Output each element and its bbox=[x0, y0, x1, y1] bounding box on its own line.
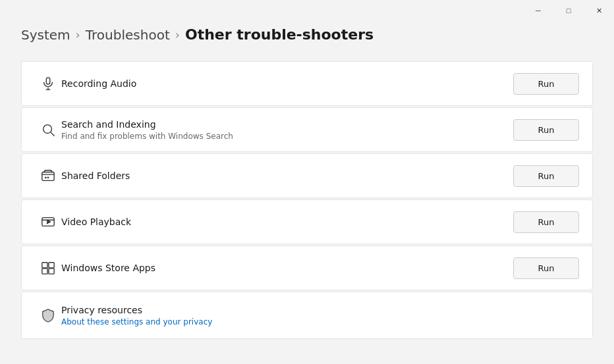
shared-folders-title: Shared Folders bbox=[61, 170, 513, 181]
windows-store-title: Windows Store Apps bbox=[61, 263, 513, 273]
main-content: System › Troubleshoot › Other trouble-sh… bbox=[0, 0, 614, 352]
recording-audio-row: Recording Audio Run bbox=[21, 61, 593, 106]
search-indexing-text: Search and Indexing Find and fix problem… bbox=[61, 119, 513, 141]
svg-rect-5 bbox=[42, 172, 54, 181]
shared-folders-row: Shared Folders Run bbox=[21, 153, 593, 198]
windows-store-text: Windows Store Apps bbox=[61, 263, 513, 273]
search-icon bbox=[35, 122, 61, 137]
svg-rect-13 bbox=[49, 269, 54, 274]
titlebar: ─ □ ✕ bbox=[523, 0, 614, 21]
recording-audio-title: Recording Audio bbox=[61, 78, 513, 89]
svg-rect-10 bbox=[42, 263, 47, 268]
search-indexing-subtitle: Find and fix problems with Windows Searc… bbox=[61, 132, 513, 141]
shield-icon bbox=[35, 308, 61, 323]
svg-point-7 bbox=[47, 176, 49, 178]
privacy-text: Privacy resources About these settings a… bbox=[61, 305, 579, 326]
video-playback-run-button[interactable]: Run bbox=[513, 211, 579, 233]
breadcrumb-troubleshoot[interactable]: Troubleshoot bbox=[86, 27, 170, 43]
breadcrumb-sep-1: › bbox=[76, 28, 80, 41]
breadcrumb-system[interactable]: System bbox=[21, 27, 70, 43]
maximize-button[interactable]: □ bbox=[553, 0, 584, 21]
search-indexing-title: Search and Indexing bbox=[61, 119, 513, 130]
breadcrumb-sep-2: › bbox=[175, 28, 180, 41]
privacy-title: Privacy resources bbox=[61, 305, 579, 315]
video-playback-icon bbox=[35, 215, 61, 229]
svg-point-6 bbox=[45, 176, 47, 178]
privacy-link[interactable]: About these settings and your privacy bbox=[61, 317, 579, 326]
breadcrumb: System › Troubleshoot › Other trouble-sh… bbox=[21, 26, 593, 43]
shared-folders-text: Shared Folders bbox=[61, 170, 513, 181]
page-title: Other trouble-shooters bbox=[185, 26, 374, 43]
video-playback-text: Video Playback bbox=[61, 217, 513, 227]
video-playback-row: Video Playback Run bbox=[21, 199, 593, 244]
windows-store-run-button[interactable]: Run bbox=[513, 257, 579, 279]
svg-point-3 bbox=[43, 125, 52, 134]
search-indexing-row: Search and Indexing Find and fix problem… bbox=[21, 107, 593, 152]
recording-audio-run-button[interactable]: Run bbox=[513, 73, 579, 95]
mic-icon bbox=[35, 76, 61, 91]
windows-store-row: Windows Store Apps Run bbox=[21, 246, 593, 290]
video-playback-title: Video Playback bbox=[61, 217, 513, 227]
minimize-button[interactable]: ─ bbox=[523, 0, 553, 21]
privacy-row: Privacy resources About these settings a… bbox=[21, 292, 593, 339]
svg-line-4 bbox=[51, 132, 54, 136]
troubleshooters-list: Recording Audio Run Search and Indexing … bbox=[21, 61, 593, 339]
shared-folders-icon bbox=[35, 169, 61, 183]
svg-rect-11 bbox=[49, 263, 54, 268]
svg-rect-12 bbox=[42, 269, 47, 274]
search-indexing-run-button[interactable]: Run bbox=[513, 119, 579, 141]
shared-folders-run-button[interactable]: Run bbox=[513, 165, 579, 187]
recording-audio-text: Recording Audio bbox=[61, 78, 513, 89]
svg-rect-0 bbox=[46, 78, 50, 84]
windows-store-icon bbox=[35, 261, 61, 275]
close-button[interactable]: ✕ bbox=[584, 0, 614, 21]
